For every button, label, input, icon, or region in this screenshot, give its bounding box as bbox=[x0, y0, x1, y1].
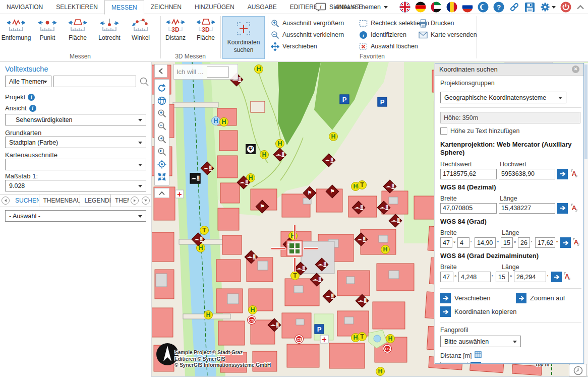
menu-messen[interactable]: MESSEN bbox=[104, 0, 144, 15]
previous-extent-button[interactable] bbox=[156, 134, 168, 145]
measure-perpendicular-button[interactable]: Lotrecht bbox=[95, 16, 124, 53]
fulltext-search-input[interactable] bbox=[53, 76, 136, 87]
menu-navigation[interactable]: NAVIGATION bbox=[0, 0, 49, 14]
basemap-select[interactable]: Stadtplan (Farbe) bbox=[5, 137, 146, 148]
selection-select[interactable]: - Auswahl - bbox=[5, 210, 146, 222]
visible-themes-dropdown[interactable]: i Sichtbare Themen bbox=[315, 3, 388, 12]
scale-select[interactable]: 9.028 bbox=[5, 180, 146, 191]
measure-point-button[interactable]: Punkt bbox=[34, 16, 61, 53]
zoom-out-extent-button[interactable]: Ausschnitt verkleinern bbox=[271, 30, 344, 40]
dm-lon-deg-input[interactable] bbox=[496, 272, 509, 282]
arrow-icon[interactable] bbox=[440, 306, 451, 317]
flag-uk-icon[interactable] bbox=[399, 2, 410, 13]
zoom-out-button[interactable] bbox=[156, 120, 168, 132]
refresh-button[interactable] bbox=[156, 83, 168, 94]
dm-lat-deg-input[interactable] bbox=[440, 272, 453, 282]
dms-lat-sec-input[interactable] bbox=[475, 237, 496, 248]
identify-button[interactable]: i Identifizieren bbox=[359, 30, 406, 40]
tabs-scroll-right-button[interactable] bbox=[131, 197, 139, 205]
apply-wgs-dms-button[interactable] bbox=[560, 237, 571, 248]
full-extent-button[interactable] bbox=[156, 171, 168, 182]
menu-zeichnen[interactable]: ZEICHNEN bbox=[144, 0, 188, 14]
fulltext-search-title[interactable]: Volltextsuche bbox=[5, 65, 48, 73]
night-mode-icon[interactable] bbox=[478, 2, 489, 13]
wgs-decimal-lat-input[interactable] bbox=[440, 203, 497, 214]
info-icon[interactable]: i bbox=[29, 105, 36, 112]
dm-lon-min-input[interactable] bbox=[514, 272, 546, 282]
dm-lat-min-input[interactable] bbox=[458, 272, 491, 282]
coordinate-search-button[interactable]: Koordinaten suchen bbox=[222, 16, 265, 59]
label-coordinate-icon[interactable]: A bbox=[570, 203, 578, 214]
apply-wgs-decimal-button[interactable] bbox=[557, 203, 568, 214]
tab-legende[interactable]: LEGENDE bbox=[80, 194, 111, 207]
hochwert-input[interactable] bbox=[499, 169, 555, 179]
dms-lat-min-input[interactable] bbox=[457, 237, 469, 248]
measure-3d-area-button[interactable]: 3D Fläche bbox=[193, 16, 219, 53]
clear-selection-button[interactable]: Auswahl löschen bbox=[359, 41, 418, 51]
move-action-button[interactable]: Verschieben bbox=[440, 293, 516, 303]
menu-ausgabe[interactable]: AUSGABE bbox=[241, 0, 283, 14]
label-coordinate-icon[interactable]: A bbox=[563, 272, 571, 282]
link-icon[interactable] bbox=[509, 2, 520, 13]
panel-scrollbar[interactable] bbox=[584, 63, 588, 375]
apply-distance-button[interactable] bbox=[471, 362, 481, 363]
print-button[interactable]: Drucken bbox=[419, 18, 454, 28]
measure-3d-distance-button[interactable]: 3D Distanz bbox=[162, 16, 189, 53]
theme-filter-select[interactable]: Alle Themen bbox=[5, 76, 51, 87]
arrow-icon[interactable] bbox=[516, 293, 526, 303]
zoom-in-extent-button[interactable]: Ausschnitt vergrößern bbox=[271, 18, 344, 28]
globe-overview-button[interactable] bbox=[156, 95, 168, 106]
height-to-text-checkbox[interactable] bbox=[440, 127, 447, 135]
snap-distance-input[interactable] bbox=[440, 362, 467, 363]
map-extents-select[interactable] bbox=[5, 159, 146, 170]
close-icon[interactable]: ✕ bbox=[572, 66, 579, 73]
settings-gear-icon[interactable] bbox=[540, 2, 556, 13]
tabs-scroll-left-button[interactable] bbox=[2, 197, 10, 205]
dms-lon-deg-input[interactable] bbox=[501, 237, 513, 248]
help-icon[interactable]: ? bbox=[493, 2, 504, 13]
locate-button[interactable] bbox=[156, 159, 168, 170]
snap-profile-select[interactable]: Bitte auswählen bbox=[440, 336, 521, 347]
logout-power-icon[interactable] bbox=[560, 2, 571, 13]
tab-suchen[interactable]: SUCHEN bbox=[11, 194, 39, 207]
next-extent-button[interactable] bbox=[156, 146, 168, 157]
copy-coordinates-action-button[interactable]: Koordinaten kopieren bbox=[440, 306, 581, 317]
flag-germany-icon[interactable] bbox=[415, 2, 426, 13]
grid-table-icon[interactable] bbox=[475, 351, 482, 360]
wgs-decimal-lon-input[interactable] bbox=[499, 203, 555, 214]
dms-lon-sec-input[interactable] bbox=[535, 237, 555, 248]
label-coordinate-icon[interactable]: A bbox=[570, 169, 578, 179]
projection-group-select[interactable]: Geographische Koordinatensysteme bbox=[440, 92, 566, 103]
measure-area-button[interactable]: Fläche bbox=[65, 16, 91, 53]
sidebar-collapse-button[interactable] bbox=[154, 64, 167, 78]
tab-themenbaum[interactable]: THEMENBAUM bbox=[39, 194, 81, 207]
i-want-to-widget[interactable]: Ich will ... bbox=[173, 64, 238, 80]
zoom-in-button[interactable] bbox=[156, 108, 168, 119]
scrollbar-thumb[interactable] bbox=[584, 64, 587, 159]
apply-wgs-dm-button[interactable] bbox=[551, 272, 562, 282]
measure-distance-button[interactable]: Entfernung bbox=[1, 16, 31, 53]
menu-hinzufuegen[interactable]: HINZUFÜGEN bbox=[188, 0, 241, 14]
flag-romania-icon[interactable] bbox=[446, 2, 457, 13]
rechtswert-input[interactable] bbox=[440, 169, 497, 179]
view-select[interactable]: Sehenswürdigkeiten bbox=[5, 114, 146, 125]
send-map-button[interactable]: Karte versenden bbox=[419, 30, 477, 40]
dms-lon-min-input[interactable] bbox=[518, 237, 530, 248]
history-clock-button[interactable] bbox=[569, 364, 587, 377]
map-toolbar-collapse-button[interactable] bbox=[154, 188, 169, 198]
pan-button[interactable]: Verschieben bbox=[271, 41, 317, 51]
tabs-overflow-button[interactable] bbox=[142, 197, 150, 205]
collapse-toolbar-icon[interactable] bbox=[576, 4, 585, 11]
flag-uae-icon[interactable] bbox=[431, 2, 442, 13]
info-icon[interactable]: i bbox=[28, 94, 35, 101]
label-coordinate-icon[interactable]: A bbox=[572, 237, 580, 248]
i-want-to-input[interactable] bbox=[207, 67, 229, 78]
zoom-to-action-button[interactable]: Zoomen auf bbox=[516, 293, 565, 303]
save-icon[interactable] bbox=[524, 2, 535, 13]
dms-lat-deg-input[interactable] bbox=[440, 237, 452, 248]
tab-themen[interactable]: THEMEN bbox=[111, 194, 129, 207]
apply-web-mercator-button[interactable] bbox=[557, 169, 568, 179]
arrow-icon[interactable] bbox=[440, 293, 451, 303]
menu-selektieren[interactable]: SELEKTIEREN bbox=[49, 0, 104, 14]
search-icon[interactable] bbox=[139, 77, 149, 89]
